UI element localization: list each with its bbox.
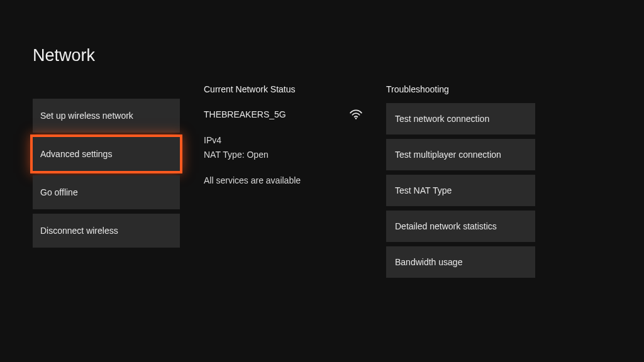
detailed-network-statistics-button[interactable]: Detailed network statistics: [386, 211, 535, 242]
advanced-settings-button[interactable]: Advanced settings: [33, 137, 180, 171]
ssid-label: THEBREAKERS_5G: [204, 109, 286, 119]
wifi-icon: [350, 109, 362, 119]
nat-type-label: NAT Type: Open: [204, 150, 362, 160]
test-network-connection-button[interactable]: Test network connection: [386, 103, 535, 134]
network-status-panel: Current Network Status THEBREAKERS_5G IP…: [204, 84, 362, 278]
status-header: Current Network Status: [204, 84, 362, 94]
services-label: All services are available: [204, 175, 362, 185]
content-columns: Set up wireless network Advanced setting…: [0, 65, 644, 278]
ip-version-label: IPv4: [204, 135, 362, 145]
setup-wireless-button[interactable]: Set up wireless network: [33, 99, 180, 133]
troubleshooting-panel: Troubleshooting Test network connection …: [386, 84, 535, 278]
disconnect-wireless-button[interactable]: Disconnect wireless: [33, 214, 180, 248]
test-nat-type-button[interactable]: Test NAT Type: [386, 175, 535, 206]
page-title: Network: [0, 0, 644, 65]
svg-point-0: [355, 118, 357, 119]
troubleshooting-list: Test network connection Test multiplayer…: [386, 103, 535, 278]
left-menu: Set up wireless network Advanced setting…: [33, 84, 180, 278]
go-offline-button[interactable]: Go offline: [33, 175, 180, 209]
ssid-row: THEBREAKERS_5G: [204, 109, 362, 119]
bandwidth-usage-button[interactable]: Bandwidth usage: [386, 246, 535, 278]
test-multiplayer-connection-button[interactable]: Test multiplayer connection: [386, 139, 535, 170]
troubleshooting-header: Troubleshooting: [386, 84, 535, 94]
